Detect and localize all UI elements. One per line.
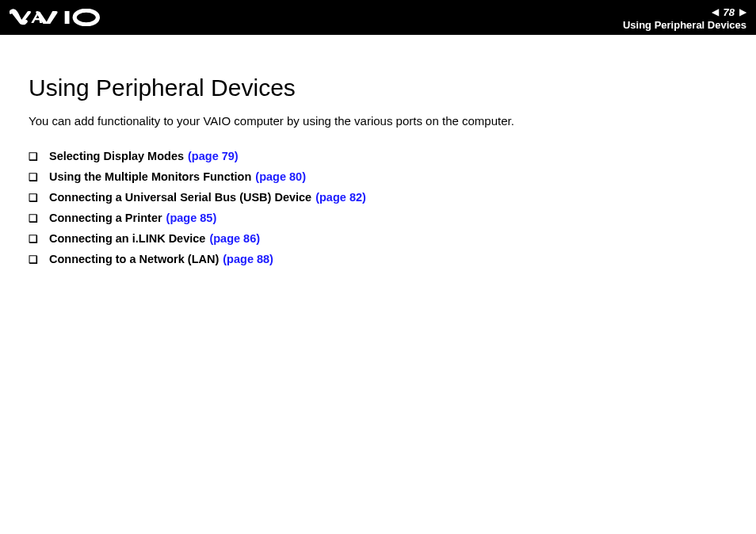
toc-list: ❑ Selecting Display Modes (page 79) ❑ Us…	[29, 150, 727, 265]
next-page-arrow-icon[interactable]: ▶	[739, 6, 746, 17]
bullet-icon: ❑	[29, 193, 38, 203]
svg-rect-1	[65, 11, 70, 24]
toc-item-label: Connecting an i.LINK Device	[49, 232, 205, 245]
toc-item: ❑ Selecting Display Modes (page 79)	[29, 150, 727, 162]
toc-item-label: Using the Multiple Monitors Function	[49, 170, 251, 183]
toc-item-label: Connecting to a Network (LAN)	[49, 253, 219, 265]
toc-item: ❑ Connecting a Universal Serial Bus (USB…	[29, 191, 727, 204]
bullet-icon: ❑	[29, 213, 38, 223]
page-content: Using Peripheral Devices You can add fun…	[0, 35, 756, 265]
intro-text: You can add functionality to your VAIO c…	[29, 114, 727, 128]
toc-item-label: Selecting Display Modes	[49, 150, 184, 162]
toc-item: ❑ Using the Multiple Monitors Function (…	[29, 170, 727, 183]
header-right: ◀ 78 ▶ Using Peripheral Devices	[623, 5, 746, 31]
section-label: Using Peripheral Devices	[623, 19, 746, 31]
bullet-icon: ❑	[29, 172, 38, 182]
page-link[interactable]: (page 88)	[223, 253, 273, 265]
svg-text:A: A	[31, 9, 43, 26]
page-number: 78	[722, 6, 736, 18]
toc-item: ❑ Connecting a Printer (page 85)	[29, 212, 727, 224]
page-link[interactable]: (page 85)	[166, 212, 217, 224]
page-title: Using Peripheral Devices	[29, 74, 727, 101]
toc-item: ❑ Connecting an i.LINK Device (page 86)	[29, 232, 727, 245]
vaio-logo: A	[10, 7, 114, 28]
prev-page-arrow-icon[interactable]: ◀	[712, 6, 719, 17]
page-link[interactable]: (page 82)	[315, 191, 366, 204]
bullet-icon: ❑	[29, 151, 38, 162]
header-bar: A ◀ 78 ▶ Using Peripheral Devices	[0, 0, 756, 35]
svg-point-2	[74, 10, 97, 25]
page-nav: ◀ 78 ▶	[712, 6, 746, 18]
bullet-icon: ❑	[29, 234, 38, 244]
page-link[interactable]: (page 80)	[255, 170, 306, 183]
page-link[interactable]: (page 79)	[188, 150, 239, 162]
toc-item: ❑ Connecting to a Network (LAN) (page 88…	[29, 253, 727, 265]
page-link[interactable]: (page 86)	[209, 232, 260, 245]
toc-item-label: Connecting a Universal Serial Bus (USB) …	[49, 191, 311, 204]
toc-item-label: Connecting a Printer	[49, 212, 162, 224]
bullet-icon: ❑	[29, 254, 38, 265]
